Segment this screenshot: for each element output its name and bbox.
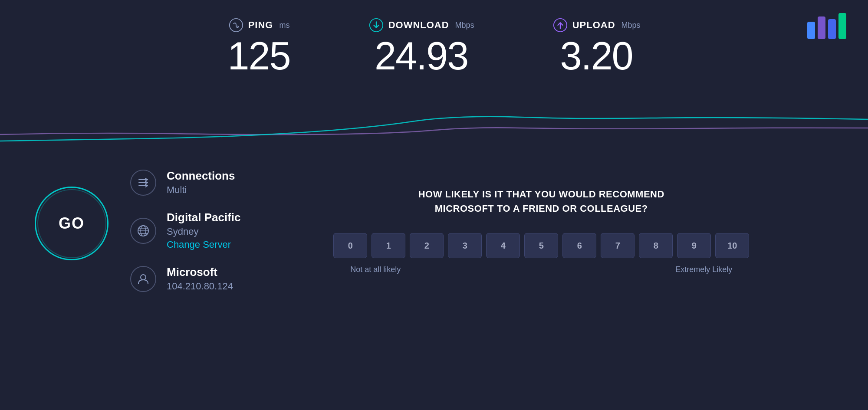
go-button-container: GO bbox=[35, 187, 108, 260]
nps-btn-5[interactable]: 5 bbox=[524, 233, 558, 258]
svg-point-17 bbox=[141, 275, 146, 280]
nps-btn-3[interactable]: 3 bbox=[448, 233, 482, 258]
nps-label-low: Not at all likely bbox=[350, 265, 401, 274]
nps-btn-0[interactable]: 0 bbox=[333, 233, 367, 258]
change-server-link[interactable]: Change Server bbox=[167, 239, 241, 250]
left-panel: GO Connections Multi bbox=[35, 161, 241, 292]
ping-label: PING bbox=[248, 20, 273, 31]
wave-chart bbox=[0, 91, 868, 152]
download-header: DOWNLOAD Mbps bbox=[368, 17, 474, 33]
upload-unit: Mbps bbox=[621, 21, 641, 30]
user-text: Microsoft 104.210.80.124 bbox=[167, 266, 233, 292]
server-item: Digital Pacific Sydney Change Server bbox=[130, 211, 241, 250]
nps-btn-4[interactable]: 4 bbox=[486, 233, 520, 258]
survey-question: HOW LIKELY IS IT THAT YOU WOULD RECOMMEN… bbox=[389, 187, 693, 216]
user-name: Microsoft bbox=[167, 266, 233, 279]
upload-label: UPLOAD bbox=[572, 20, 615, 31]
server-icon bbox=[130, 218, 156, 244]
nps-scale: 012345678910 bbox=[333, 233, 749, 258]
connections-value: Multi bbox=[167, 184, 235, 196]
nps-btn-2[interactable]: 2 bbox=[410, 233, 444, 258]
user-ip: 104.210.80.124 bbox=[167, 281, 233, 292]
connections-item: Connections Multi bbox=[130, 169, 241, 196]
download-label: DOWNLOAD bbox=[388, 20, 449, 31]
server-name: Digital Pacific bbox=[167, 211, 241, 224]
go-button[interactable]: GO bbox=[35, 187, 108, 260]
right-panel: HOW LIKELY IS IT THAT YOU WOULD RECOMMEN… bbox=[267, 169, 816, 292]
upload-value: 3.20 bbox=[560, 36, 632, 75]
download-metric: DOWNLOAD Mbps 24.93 bbox=[368, 17, 474, 75]
upload-header: UPLOAD Mbps bbox=[552, 17, 641, 33]
nps-btn-8[interactable]: 8 bbox=[639, 233, 673, 258]
nps-label-high: Extremely Likely bbox=[675, 265, 732, 274]
server-text: Digital Pacific Sydney Change Server bbox=[167, 211, 241, 250]
metrics-bar: PING ms 125 DOWNLOAD Mbps 24.93 bbox=[0, 0, 868, 84]
ping-header: PING ms bbox=[228, 17, 290, 33]
nps-btn-10[interactable]: 10 bbox=[715, 233, 749, 258]
upload-metric: UPLOAD Mbps 3.20 bbox=[552, 17, 641, 75]
download-value: 24.93 bbox=[375, 36, 468, 75]
nps-btn-7[interactable]: 7 bbox=[601, 233, 635, 258]
nps-btn-9[interactable]: 9 bbox=[677, 233, 711, 258]
user-icon bbox=[130, 266, 156, 292]
connections-text: Connections Multi bbox=[167, 169, 235, 196]
server-location: Sydney bbox=[167, 226, 241, 237]
user-item: Microsoft 104.210.80.124 bbox=[130, 266, 241, 292]
ping-value: 125 bbox=[227, 36, 290, 75]
download-icon bbox=[368, 17, 384, 33]
connections-title: Connections bbox=[167, 169, 235, 183]
main-content: GO Connections Multi bbox=[0, 143, 868, 309]
info-list: Connections Multi Digital Pacific bbox=[130, 169, 241, 292]
nps-btn-1[interactable]: 1 bbox=[372, 233, 405, 258]
ping-metric: PING ms 125 bbox=[227, 17, 290, 75]
upload-icon bbox=[552, 17, 568, 33]
ping-unit: ms bbox=[279, 21, 289, 30]
nps-btn-6[interactable]: 6 bbox=[562, 233, 596, 258]
connections-icon bbox=[130, 170, 156, 196]
ping-icon bbox=[228, 17, 244, 33]
nps-labels: Not at all likely Extremely Likely bbox=[350, 265, 732, 274]
download-unit: Mbps bbox=[455, 21, 474, 30]
